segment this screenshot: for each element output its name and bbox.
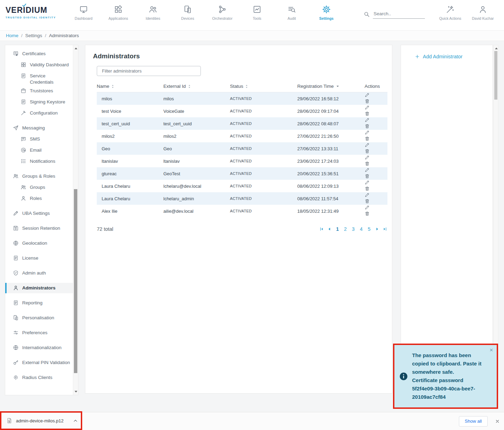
sidebar-item-personalisation[interactable]: Personalisation bbox=[5, 313, 73, 323]
scroll-up-arrow-icon[interactable] bbox=[73, 46, 78, 51]
sidebar-item-admin-auth[interactable]: Admin auth bbox=[5, 268, 73, 278]
page-number-4[interactable]: 4 bbox=[359, 226, 364, 232]
edit-icon[interactable] bbox=[365, 167, 370, 172]
search-icon[interactable] bbox=[364, 11, 370, 17]
nav-item-tools[interactable]: Tools bbox=[240, 3, 274, 20]
nav-item-orchestrator[interactable]: Orchestrator bbox=[205, 3, 240, 20]
nav-item-settings[interactable]: Settings bbox=[309, 3, 344, 20]
sidebar-item-internationalization[interactable]: Internationalization bbox=[5, 343, 73, 353]
breadcrumb-settings-link[interactable]: Settings bbox=[25, 33, 42, 38]
show-all-button[interactable]: Show all bbox=[459, 416, 488, 427]
administrators-table: Name External Id Status Registration Tim… bbox=[97, 79, 387, 217]
breadcrumb-home-link[interactable]: Home bbox=[6, 33, 18, 38]
sidebar-item-uba-settings[interactable]: UBA Settings bbox=[5, 208, 73, 219]
sidebar-item-truststores[interactable]: Truststores bbox=[5, 86, 73, 96]
delete-icon[interactable] bbox=[365, 161, 370, 166]
delete-icon[interactable] bbox=[365, 111, 370, 116]
right-scrollbar[interactable] bbox=[493, 45, 498, 394]
delete-icon[interactable] bbox=[365, 174, 370, 179]
sidebar-item-preferences[interactable]: Preferences bbox=[5, 328, 73, 338]
page-number-5[interactable]: 5 bbox=[367, 226, 371, 232]
sidebar-item-administrators[interactable]: Administrators bbox=[5, 283, 73, 293]
search-input[interactable] bbox=[373, 10, 425, 19]
sidebar-item-certificates[interactable]: Certificates bbox=[5, 49, 73, 59]
table-row: test_cert_uuid test_cert_uuid ACTIVATED … bbox=[97, 117, 387, 130]
sidebar-item-signing-keystore[interactable]: Signing Keystore bbox=[5, 97, 73, 107]
cell-name: ltanislav bbox=[97, 155, 163, 167]
page-number-3[interactable]: 3 bbox=[351, 226, 356, 232]
sidebar-scrollbar-thumb[interactable] bbox=[74, 189, 77, 373]
radius-clients-icon bbox=[13, 374, 19, 380]
sidebar-item-email[interactable]: Email bbox=[5, 145, 73, 155]
sidebar-item-session-retention[interactable]: Session Retention bbox=[5, 223, 73, 234]
last-page-icon[interactable] bbox=[383, 227, 387, 231]
sidebar-item-groups[interactable]: Groups bbox=[5, 182, 73, 193]
right-scrollbar-thumb[interactable] bbox=[494, 51, 497, 100]
delete-icon[interactable] bbox=[365, 99, 370, 104]
sidebar-item-roles[interactable]: Roles bbox=[5, 193, 73, 204]
sidebar-item-label: Reporting bbox=[22, 300, 43, 306]
column-header-registration-time[interactable]: Registration Time bbox=[297, 79, 365, 92]
sidebar-item-messaging[interactable]: Messaging bbox=[5, 123, 73, 133]
column-header-external-id[interactable]: External Id bbox=[163, 79, 230, 92]
delete-icon[interactable] bbox=[365, 124, 370, 129]
delete-icon[interactable] bbox=[365, 136, 370, 141]
nav-item-dashboard[interactable]: Dashboard bbox=[66, 3, 101, 20]
sidebar-item-notifications[interactable]: Notifications bbox=[5, 156, 73, 167]
previous-page-icon[interactable] bbox=[327, 227, 332, 231]
edit-icon[interactable] bbox=[365, 117, 370, 123]
page-number-1[interactable]: 1 bbox=[335, 226, 340, 232]
nav-item-audit[interactable]: Audit bbox=[274, 3, 309, 20]
sidebar-item-validity-dashboard[interactable]: Validity Dashboard bbox=[5, 60, 73, 70]
edit-icon[interactable] bbox=[365, 180, 370, 185]
sidebar-item-groups-roles[interactable]: Groups & Roles bbox=[5, 171, 73, 182]
sidebar-item-label: Configuration bbox=[30, 110, 58, 116]
delete-icon[interactable] bbox=[365, 149, 370, 154]
downloaded-file-item[interactable]: admin-device-milos.p12 bbox=[1, 413, 81, 429]
administrators-icon bbox=[13, 285, 19, 291]
configuration-icon bbox=[20, 110, 26, 116]
chevron-up-icon[interactable] bbox=[73, 418, 78, 423]
delete-icon[interactable] bbox=[365, 199, 370, 204]
annotation-highlight-download: admin-device-milos.p12 bbox=[0, 411, 82, 430]
sidebar-item-service-credentials[interactable]: Service Credentials bbox=[5, 71, 73, 85]
cell-name: gtureac bbox=[97, 167, 163, 180]
sidebar-item-license[interactable]: License bbox=[5, 253, 73, 263]
delete-icon[interactable] bbox=[365, 186, 370, 191]
sidebar-item-label: Truststores bbox=[30, 88, 53, 94]
sidebar-item-external-pin-validation[interactable]: External PIN Validation bbox=[5, 357, 73, 368]
nav-item-identities[interactable]: Identities bbox=[136, 3, 170, 20]
sort-icon bbox=[111, 84, 114, 88]
toast-close-icon[interactable] bbox=[489, 348, 493, 352]
quick-actions-button[interactable]: Quick Actions bbox=[434, 3, 467, 20]
edit-icon[interactable] bbox=[365, 92, 370, 98]
sidebar-item-configuration[interactable]: Configuration bbox=[5, 108, 73, 118]
next-page-icon[interactable] bbox=[375, 227, 379, 231]
edit-icon[interactable] bbox=[365, 205, 370, 210]
column-header-status[interactable]: Status bbox=[230, 79, 297, 92]
edit-icon[interactable] bbox=[365, 155, 370, 160]
edit-icon[interactable] bbox=[365, 105, 370, 110]
edit-icon[interactable] bbox=[365, 130, 370, 135]
page-number-2[interactable]: 2 bbox=[343, 226, 348, 232]
sidebar-item-radius-clients[interactable]: Radius Clients bbox=[5, 372, 73, 383]
sidebar-item-sms[interactable]: SMS bbox=[5, 134, 73, 144]
filter-administrators-input[interactable] bbox=[97, 66, 201, 76]
add-administrator-button[interactable]: Add Administrator bbox=[415, 54, 493, 59]
delete-icon[interactable] bbox=[365, 211, 370, 216]
sidebar-scrollbar[interactable] bbox=[73, 45, 78, 395]
nav-item-devices[interactable]: Devices bbox=[170, 3, 205, 20]
nav-item-applications[interactable]: Applications bbox=[101, 3, 136, 20]
edit-icon[interactable] bbox=[365, 142, 370, 147]
scroll-up-arrow-icon[interactable] bbox=[494, 46, 499, 51]
sidebar-item-geolocation[interactable]: Geolocation bbox=[5, 238, 73, 248]
scroll-down-arrow-icon[interactable] bbox=[73, 389, 78, 394]
user-menu[interactable]: David Kuchar bbox=[467, 3, 499, 20]
cell-external-id: VoiceGate bbox=[163, 105, 230, 117]
first-page-icon[interactable] bbox=[319, 227, 324, 231]
edit-icon[interactable] bbox=[365, 192, 370, 197]
column-header-name[interactable]: Name bbox=[97, 79, 163, 92]
veridium-logo[interactable]: VERIDIUM TRUSTED DIGITAL IDENTITY bbox=[6, 6, 56, 19]
sidebar-item-reporting[interactable]: Reporting bbox=[5, 298, 73, 308]
download-bar-close-icon[interactable] bbox=[495, 419, 499, 423]
